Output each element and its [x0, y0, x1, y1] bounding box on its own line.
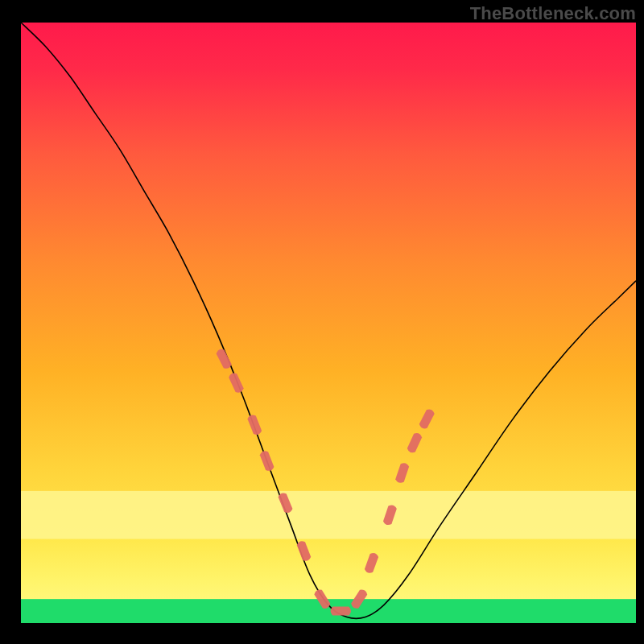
- marker-lozenge: [331, 607, 352, 616]
- band-pale-yellow: [21, 491, 636, 539]
- chart-frame: TheBottleneck.com: [0, 0, 644, 644]
- watermark-text: TheBottleneck.com: [470, 3, 636, 24]
- chart-svg: [21, 23, 636, 623]
- plot-area: [21, 23, 636, 623]
